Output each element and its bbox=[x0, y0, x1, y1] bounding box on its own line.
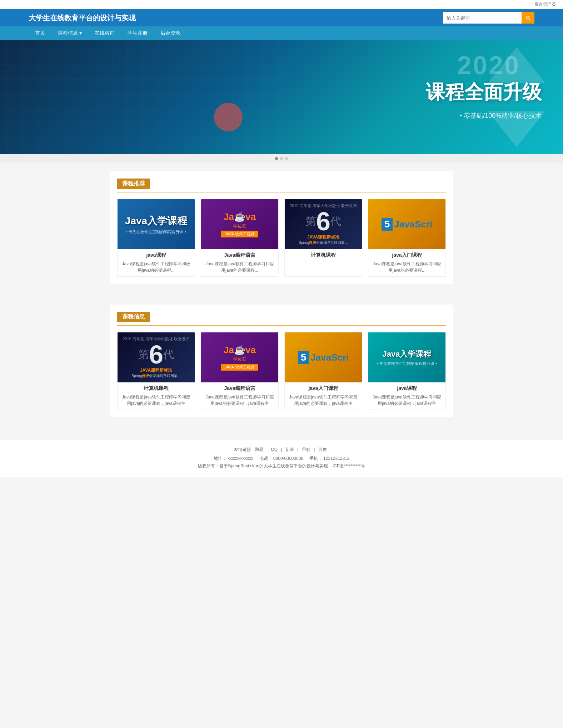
course-img-4-num: 5 bbox=[382, 218, 393, 231]
footer-copyright: 版权所有：基于SpringBoot+Vue的大学生在线教育平台的设计与实现 bbox=[198, 463, 328, 468]
footer: 友情链接 网易 | QQ | 新浪 | 谷歌 | 百度 地址： xxxxxxxx… bbox=[0, 440, 563, 477]
course-desc-2: Java课程是java软件工程师学习和应用java的必要课程... bbox=[205, 261, 275, 273]
ci-img4-sub: • 专为在校学生定制的编程提升课 • bbox=[377, 361, 437, 366]
footer-mobile-label: 手机： bbox=[309, 456, 322, 461]
courseinfo-title-text: 课程信息 bbox=[117, 312, 150, 322]
ci-course-info-4: java课程 Java课程是java软件工程师学习和应用java的必要课程，ja… bbox=[368, 382, 445, 410]
nav-item-home[interactable]: 首页 bbox=[29, 26, 51, 40]
course-desc-1: Java课程是java软件工程师学习和应用java的必要课程... bbox=[121, 261, 191, 273]
ci-img2-logo: Ja☕va bbox=[221, 345, 258, 356]
footer-link-wangyi[interactable]: 网易 bbox=[255, 447, 263, 452]
ci-img1-standard: JAVA课程新标准 bbox=[123, 367, 190, 373]
ci-img3-num: 5 bbox=[298, 351, 309, 364]
footer-address-line: 地址： xxxxxxxxxxxx 电话： 0000-00000000 手机： 1… bbox=[6, 456, 557, 462]
course-img-4-text: JavaScri bbox=[394, 219, 432, 230]
search-icon bbox=[525, 15, 531, 21]
course-img-2: Ja☕va 学位石 JAVA 软件工程师 bbox=[201, 199, 278, 249]
banner-circle bbox=[214, 103, 243, 131]
course-img-3-num: 6 bbox=[316, 209, 330, 234]
ci-course-card-4[interactable]: Java入学课程 • 专为在校学生定制的编程提升课 • java课程 Java课… bbox=[368, 332, 446, 410]
course-name-4: java入门课程 bbox=[372, 252, 442, 258]
course-img-2-badge: 学位石 bbox=[221, 223, 258, 229]
course-img-2-logo: Ja☕va bbox=[221, 211, 258, 222]
courseinfo-title: 课程信息 bbox=[117, 312, 446, 326]
nav: 首页 课程信息 ▾ 在线咨询 学生注册 后台登录 bbox=[0, 26, 563, 40]
admin-link[interactable]: 后台管理员 bbox=[534, 1, 556, 7]
nav-item-register[interactable]: 学生注册 bbox=[121, 26, 154, 40]
course-card-3[interactable]: 2019 尚学堂·清华大学出版社 联合发布 第 6 代 JAVA课程新标准 Sp… bbox=[284, 199, 362, 277]
nav-item-admin[interactable]: 后台登录 bbox=[154, 26, 187, 40]
course-card-4[interactable]: 5 JavaScri java入门课程 Java课程是java软件工程师学习和应… bbox=[368, 199, 446, 277]
course-img-1: Java入学课程 • 专为在校学生定制的编程提升课 • bbox=[118, 199, 195, 249]
search-bar bbox=[443, 12, 534, 24]
ci-course-info-2: Java编程语言 Java课程是java软件工程师学习和应用java的必要课程，… bbox=[201, 382, 278, 410]
footer-links-label: 友情链接 bbox=[234, 447, 251, 452]
course-name-3: 计算机课程 bbox=[288, 252, 358, 258]
ci-course-name-3: java入门课程 bbox=[288, 385, 358, 392]
site-title: 大学生在线教育平台的设计与实现 bbox=[29, 13, 136, 23]
ci-img4-title: Java入学课程 bbox=[377, 349, 437, 360]
course-img-3-standard: JAVA课程新标准 bbox=[290, 234, 357, 240]
ci-course-desc-2: Java课程是java软件工程师学习和应用java的必要课程，java课程主 bbox=[205, 394, 275, 407]
banner-title: 课程全面升级 bbox=[426, 79, 542, 105]
ci-course-name-2: Java编程语言 bbox=[205, 385, 275, 392]
ci-img1-num: 6 bbox=[149, 342, 163, 367]
ci-course-card-1[interactable]: 2019 尚学堂·清华大学出版社 联合发布 第 6 代 JAVA课程新标准 Sp… bbox=[117, 332, 195, 410]
banner-dot-3[interactable] bbox=[285, 157, 288, 160]
ci-course-desc-3: Java课程是java软件工程师学习和应用java的必要课程，java课程主 bbox=[288, 394, 358, 407]
recommended-section: 课程推荐 Java入学课程 • 专为在校学生定制的编程提升课 • java课程 … bbox=[110, 171, 453, 284]
banner-grid-bg bbox=[0, 40, 282, 154]
courseinfo-section: 课程信息 2019 尚学堂·清华大学出版社 联合发布 第 6 代 JAVA bbox=[110, 305, 453, 417]
footer-mobile: 12312312312 bbox=[323, 456, 349, 461]
ci-img1-gen2: 代 bbox=[163, 347, 174, 362]
footer-link-baidu[interactable]: 百度 bbox=[318, 447, 327, 452]
footer-copyright-line: 版权所有：基于SpringBoot+Vue的大学生在线教育平台的设计与实现 IC… bbox=[6, 463, 557, 469]
search-input[interactable] bbox=[443, 12, 522, 24]
ci-img2-badge: 学位石 bbox=[221, 356, 258, 362]
nav-item-courses[interactable]: 课程信息 ▾ bbox=[51, 26, 88, 40]
ci-img2-sub: JAVA 软件工程师 bbox=[221, 364, 258, 371]
footer-links: 友情链接 网易 | QQ | 新浪 | 谷歌 | 百度 bbox=[6, 447, 557, 453]
ci-course-name-4: java课程 bbox=[372, 385, 442, 392]
search-button[interactable] bbox=[522, 12, 534, 24]
recommended-title: 课程推荐 bbox=[117, 179, 446, 192]
banner-dot-1[interactable] bbox=[275, 157, 278, 160]
dropdown-arrow-icon: ▾ bbox=[79, 30, 82, 36]
footer-link-sina[interactable]: 新浪 bbox=[285, 447, 294, 452]
ci-course-card-3[interactable]: 5 JavaScri java入门课程 Java课程是java软件工程师学习和应… bbox=[284, 332, 362, 410]
course-card-2[interactable]: Ja☕va 学位石 JAVA 软件工程师 Java编程语言 Java课程是jav… bbox=[201, 199, 279, 277]
recommended-title-text: 课程推荐 bbox=[117, 179, 150, 189]
footer-link-qq[interactable]: QQ bbox=[271, 447, 278, 452]
nav-item-consult[interactable]: 在线咨询 bbox=[88, 26, 121, 40]
banner-indicators bbox=[0, 154, 563, 163]
course-img-2-sub: JAVA 软件工程师 bbox=[221, 231, 258, 237]
course-info-3: 计算机课程 bbox=[285, 249, 362, 263]
ci-course-name-1: 计算机课程 bbox=[121, 385, 191, 392]
course-img-3-desc: Spring超级全家桶与互联网架... bbox=[290, 240, 357, 245]
footer-phone-label: 电话： bbox=[259, 456, 272, 461]
header: 大学生在线教育平台的设计与实现 bbox=[0, 9, 563, 26]
ci-course-card-2[interactable]: Ja☕va 学位石 JAVA 软件工程师 Java编程语言 Java课程是jav… bbox=[201, 332, 279, 410]
footer-link-google[interactable]: 谷歌 bbox=[302, 447, 310, 452]
course-img-3: 2019 尚学堂·清华大学出版社 联合发布 第 6 代 JAVA课程新标准 Sp… bbox=[285, 199, 362, 249]
course-info-2: Java编程语言 Java课程是java软件工程师学习和应用java的必要课程.… bbox=[201, 249, 278, 276]
course-card-1[interactable]: Java入学课程 • 专为在校学生定制的编程提升课 • java课程 Java课… bbox=[117, 199, 195, 277]
ci-course-img-4: Java入学课程 • 专为在校学生定制的编程提升课 • bbox=[368, 332, 445, 382]
footer-address: xxxxxxxxxxxx bbox=[228, 456, 253, 461]
course-name-1: java课程 bbox=[121, 252, 191, 258]
recommended-course-grid: Java入学课程 • 专为在校学生定制的编程提升课 • java课程 Java课… bbox=[117, 199, 446, 277]
course-info-4: java入门课程 Java课程是java软件工程师学习和应用java的必要课程.… bbox=[368, 249, 445, 276]
ci-course-img-3: 5 JavaScri bbox=[285, 332, 362, 382]
footer-address-label: 地址： bbox=[214, 456, 226, 461]
banner-dot-2[interactable] bbox=[280, 157, 283, 160]
course-img-3-gen2: 代 bbox=[330, 214, 341, 229]
banner-subtitle: • 零基础/100%就业/核心技术 bbox=[460, 111, 542, 120]
course-info-1: java课程 Java课程是java软件工程师学习和应用java的必要课程... bbox=[118, 249, 195, 276]
ci-course-info-3: java入门课程 Java课程是java软件工程师学习和应用java的必要课程，… bbox=[285, 382, 362, 410]
banner: 2020 课程全面升级 • 零基础/100%就业/核心技术 bbox=[0, 40, 563, 154]
course-img-1-title: Java入学课程 bbox=[125, 214, 187, 228]
courseinfo-course-grid: 2019 尚学堂·清华大学出版社 联合发布 第 6 代 JAVA课程新标准 Sp… bbox=[117, 332, 446, 410]
course-img-4: 5 JavaScri bbox=[368, 199, 445, 249]
course-desc-4: Java课程是java软件工程师学习和应用java的必要课程... bbox=[372, 261, 442, 273]
top-bar: 后台管理员 bbox=[0, 0, 563, 9]
